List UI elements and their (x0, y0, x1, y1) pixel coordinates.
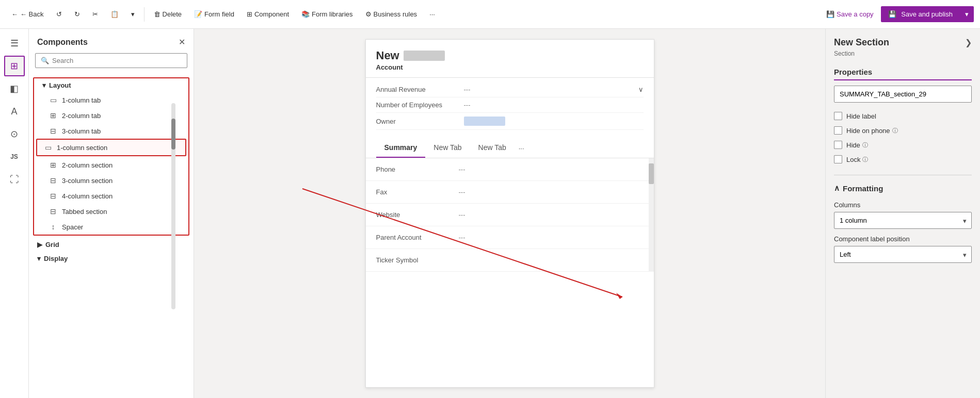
num-employees-label: Number of Employees (376, 101, 459, 109)
save-publish-button[interactable]: 💾 Save and publish (881, 6, 960, 22)
paste-button[interactable]: 📋 (105, 7, 124, 21)
panel-scrollbar-thumb (171, 119, 175, 150)
1-column-section-item[interactable]: ▭ 1-column section (36, 139, 186, 156)
lock-checkbox[interactable] (834, 155, 842, 163)
website-value: --- (459, 211, 465, 219)
form-title-text: New (376, 49, 399, 62)
search-input[interactable] (52, 57, 182, 64)
panel-scrollbar[interactable] (171, 103, 175, 309)
back-icon: ← (11, 10, 18, 18)
sidebar-icons: ☰ ⊞ ◧ A ⊙ JS ⛶ (0, 29, 29, 398)
nodes-icon-button[interactable]: ⛶ (4, 169, 25, 190)
4-column-section-label: 4-column section (62, 192, 113, 200)
redo-button[interactable]: ↻ (69, 7, 85, 21)
form-libraries-button[interactable]: 📚 Form libraries (296, 7, 358, 21)
2-column-section-item[interactable]: ⊞ 2-column section (34, 157, 188, 173)
3-column-section-item[interactable]: ⊟ 3-column section (34, 173, 188, 188)
display-chevron-icon: ▾ (37, 255, 41, 262)
menu-icon-button[interactable]: ☰ (4, 33, 25, 54)
more-options-button[interactable]: ··· (424, 7, 440, 21)
properties-section-title: Properties (834, 68, 972, 80)
delete-button[interactable]: 🗑 Delete (149, 7, 187, 21)
label-position-select[interactable]: Left Top (834, 246, 972, 263)
more-icon: ··· (429, 10, 435, 18)
more-arrow-button[interactable]: ▾ (126, 7, 140, 21)
formatting-header[interactable]: ∧ Formatting (826, 179, 980, 197)
ticker-symbol-label: Ticker Symbol (376, 256, 459, 264)
section-divider (834, 175, 972, 175)
redo-icon: ↻ (74, 10, 80, 18)
hide-label-row: Hide label (834, 109, 972, 123)
components-icon-button[interactable]: ⊞ (4, 56, 25, 76)
display-group-header[interactable]: ▾ Display (29, 252, 194, 266)
new-tab-1[interactable]: New Tab (425, 138, 470, 158)
hide-label-checkbox[interactable] (834, 112, 842, 120)
form-header: New Account (366, 40, 654, 78)
grid-group-header[interactable]: ▶ Grid (29, 238, 194, 252)
back-label: ← Back (20, 10, 44, 18)
cut-icon: ✂ (92, 10, 98, 18)
layout-chevron-icon: ▾ (42, 81, 46, 89)
tabbed-section-item[interactable]: ⊟ Tabbed section (34, 204, 188, 219)
4-column-section-icon: ⊟ (49, 192, 58, 200)
back-button[interactable]: ← ← Back (6, 7, 49, 21)
annual-revenue-row: Annual Revenue --- ∨ (376, 82, 644, 97)
layers-icon-button[interactable]: ◧ (4, 78, 25, 99)
properties-name-input[interactable] (834, 86, 972, 103)
4-column-section-item[interactable]: ⊟ 4-column section (34, 188, 188, 204)
spacer-item[interactable]: ↕ Spacer (34, 219, 188, 235)
undo-button[interactable]: ↺ (51, 7, 67, 21)
form-field-button[interactable]: 📝 Form field (189, 7, 239, 21)
3-column-tab-item[interactable]: ⊟ 3-column tab (34, 123, 188, 139)
2-column-section-label: 2-column section (62, 161, 113, 169)
hide-info-icon: ⓘ (862, 141, 868, 149)
component-button[interactable]: ⊞ Component (242, 7, 294, 21)
right-panel: New Section ❯ Section Properties Hide la… (825, 29, 980, 398)
website-row: Website --- (366, 204, 654, 226)
right-panel-expand-button[interactable]: ❯ (965, 38, 972, 47)
3-column-tab-label: 3-column tab (62, 127, 101, 135)
form-title: New (376, 49, 644, 62)
hide-on-phone-checkbox[interactable] (834, 126, 842, 135)
components-close-button[interactable]: ✕ (179, 37, 185, 47)
owner-value-blurred (464, 117, 505, 126)
save-publish-dropdown-button[interactable]: ▾ (960, 6, 974, 22)
properties-section: Properties Hide label Hide on phone ⓘ Hi… (826, 63, 980, 171)
fax-row: Fax --- (366, 181, 654, 204)
columns-select[interactable]: 1 column 2 columns 3 columns 4 columns (834, 212, 972, 229)
font-icon-button[interactable]: A (4, 101, 25, 122)
hide-checkbox[interactable] (834, 141, 842, 149)
form-title-blurred (404, 51, 445, 61)
1-column-tab-item[interactable]: ▭ 1-column tab (34, 92, 188, 108)
new-tab-2[interactable]: New Tab (470, 138, 515, 158)
website-label: Website (376, 211, 459, 219)
business-rules-icon: ⚙ (365, 10, 372, 18)
hide-on-phone-text: Hide on phone ⓘ (846, 127, 898, 135)
section-scrollbar-track (649, 158, 654, 272)
1-column-section-label: 1-column section (57, 144, 107, 152)
parent-account-label: Parent Account (376, 234, 459, 241)
spacer-icon: ↕ (49, 223, 58, 231)
layers2-icon-button[interactable]: ⊙ (4, 124, 25, 144)
save-copy-button[interactable]: 💾 Save a copy (821, 7, 879, 21)
owner-row: Owner (376, 113, 644, 130)
form-libraries-icon: 📚 (301, 10, 310, 18)
num-employees-value: --- (464, 101, 644, 109)
2-column-tab-item[interactable]: ⊞ 2-column tab (34, 108, 188, 123)
parent-account-value: --- (459, 234, 465, 241)
component-label: Component (254, 10, 289, 18)
label-position-dropdown-wrapper: Left Top ▾ (834, 246, 972, 263)
right-panel-subtitle: Section (826, 50, 980, 63)
business-rules-button[interactable]: ⚙ Business rules (360, 7, 423, 21)
js-icon-button[interactable]: JS (4, 146, 25, 167)
more-tabs-button[interactable]: ··· (515, 139, 528, 157)
hide-row: Hide ⓘ (834, 138, 972, 152)
chevron-icon: ∨ (638, 86, 644, 93)
toolbar: ← ← Back ↺ ↻ ✂ 📋 ▾ 🗑 Delete 📝 Form field… (0, 0, 980, 29)
form-subtitle: Account (376, 63, 644, 71)
layout-group-header[interactable]: ▾ Layout (34, 78, 188, 92)
cut-button[interactable]: ✂ (87, 7, 103, 21)
columns-label: Columns (834, 201, 972, 209)
tabbed-section-label: Tabbed section (62, 208, 107, 215)
summary-tab[interactable]: Summary (376, 138, 426, 158)
